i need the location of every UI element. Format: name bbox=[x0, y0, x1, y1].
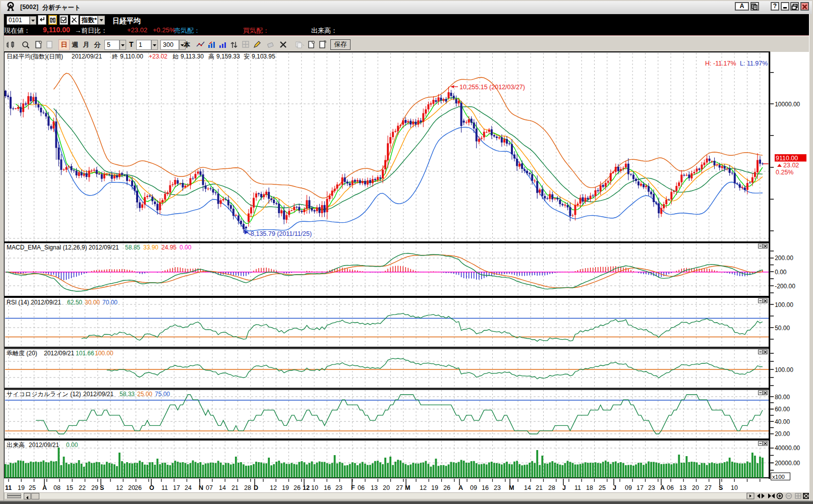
svg-text:11: 11 bbox=[5, 484, 12, 491]
svg-text:12: 12 bbox=[303, 484, 310, 491]
svg-text:100.00: 100.00 bbox=[775, 366, 793, 373]
svg-text:安: 安 bbox=[244, 53, 250, 60]
svg-text:23.02: 23.02 bbox=[783, 162, 799, 169]
svg-text:23: 23 bbox=[648, 484, 655, 491]
svg-text:23: 23 bbox=[335, 484, 342, 491]
svg-text:62.50: 62.50 bbox=[67, 299, 82, 306]
svg-text:40.00: 40.00 bbox=[775, 418, 790, 425]
svg-text:27: 27 bbox=[705, 484, 712, 491]
svg-text:24: 24 bbox=[185, 484, 192, 491]
svg-text:12: 12 bbox=[420, 484, 427, 491]
svg-text:2012/09/21: 2012/09/21 bbox=[44, 350, 74, 357]
svg-text:21: 21 bbox=[536, 484, 543, 491]
svg-text:26: 26 bbox=[135, 484, 142, 491]
svg-text:9,159.33: 9,159.33 bbox=[216, 53, 240, 60]
svg-text:07: 07 bbox=[206, 484, 213, 491]
svg-text:06: 06 bbox=[667, 484, 674, 491]
svg-text:高: 高 bbox=[208, 53, 214, 60]
svg-text:12: 12 bbox=[270, 484, 277, 491]
svg-text:+23.02: +23.02 bbox=[149, 53, 167, 60]
svg-text:100.00: 100.00 bbox=[775, 301, 793, 308]
svg-text:11: 11 bbox=[161, 484, 168, 491]
svg-text:40000.00: 40000.00 bbox=[775, 445, 800, 452]
svg-text:17: 17 bbox=[173, 484, 180, 491]
svg-text:9110.00: 9110.00 bbox=[776, 155, 798, 162]
svg-text:09: 09 bbox=[625, 484, 632, 491]
svg-text:26: 26 bbox=[443, 484, 450, 491]
svg-text:58.33: 58.33 bbox=[120, 391, 135, 398]
svg-text:14: 14 bbox=[524, 484, 531, 491]
svg-text:サイコロジカルライン (12): サイコロジカルライン (12) bbox=[7, 391, 81, 398]
svg-text:21: 21 bbox=[231, 484, 239, 491]
svg-text:9,110.00: 9,110.00 bbox=[120, 53, 143, 60]
svg-text:-200.00: -200.00 bbox=[775, 283, 795, 290]
svg-text:S: S bbox=[100, 484, 104, 491]
svg-text:乖離度 (20): 乖離度 (20) bbox=[7, 350, 37, 357]
svg-text:12: 12 bbox=[116, 484, 123, 491]
svg-text:58.85: 58.85 bbox=[125, 244, 140, 251]
svg-text:23: 23 bbox=[494, 484, 501, 491]
svg-text:出来高: 出来高 bbox=[7, 442, 25, 449]
svg-text:10,255.15 (2012/03/27): 10,255.15 (2012/03/27) bbox=[459, 84, 525, 91]
svg-text:28: 28 bbox=[548, 484, 555, 491]
svg-text:11: 11 bbox=[574, 484, 581, 491]
svg-text:8,135.79 (2011/11/25): 8,135.79 (2011/11/25) bbox=[251, 230, 312, 237]
svg-text:D: D bbox=[254, 484, 258, 491]
svg-text:20000.00: 20000.00 bbox=[775, 460, 800, 467]
svg-text:2012/09/21: 2012/09/21 bbox=[29, 442, 59, 449]
svg-text:20.00: 20.00 bbox=[775, 430, 790, 437]
svg-text:始: 始 bbox=[172, 53, 179, 60]
svg-text:L: 11.97%: L: 11.97% bbox=[740, 60, 768, 67]
svg-text:終: 終 bbox=[111, 53, 118, 60]
svg-text:15: 15 bbox=[66, 484, 73, 491]
svg-text:19: 19 bbox=[18, 484, 25, 491]
svg-text:10000.00: 10000.00 bbox=[775, 101, 800, 108]
svg-text:9,113.30: 9,113.30 bbox=[181, 53, 204, 60]
svg-text:24.95: 24.95 bbox=[161, 244, 177, 251]
svg-text:70.00: 70.00 bbox=[102, 299, 118, 306]
svg-text:N: N bbox=[199, 484, 203, 491]
svg-text:200.00: 200.00 bbox=[775, 255, 793, 262]
svg-text:08: 08 bbox=[53, 484, 61, 491]
svg-text:13: 13 bbox=[679, 484, 686, 491]
svg-text:100.00: 100.00 bbox=[95, 350, 113, 357]
svg-text:80.00: 80.00 bbox=[775, 394, 790, 401]
svg-text:19: 19 bbox=[282, 484, 289, 491]
svg-text:22: 22 bbox=[79, 484, 86, 491]
svg-text:09: 09 bbox=[470, 484, 477, 491]
svg-text:M: M bbox=[405, 484, 410, 491]
svg-text:14: 14 bbox=[219, 484, 226, 491]
svg-text:O: O bbox=[149, 484, 154, 491]
svg-text:MACD_EMA_Signal (12,26,9) 2012: MACD_EMA_Signal (12,26,9) 2012/09/21 bbox=[7, 244, 119, 251]
svg-text:9,103.95: 9,103.95 bbox=[252, 53, 275, 60]
svg-text:26: 26 bbox=[294, 484, 301, 491]
svg-text:S: S bbox=[719, 484, 723, 491]
svg-text:50.00: 50.00 bbox=[775, 325, 790, 332]
svg-text:29: 29 bbox=[91, 484, 98, 491]
svg-text:H: -11.17%: H: -11.17% bbox=[705, 60, 736, 67]
svg-text:06: 06 bbox=[358, 484, 365, 491]
svg-text:17: 17 bbox=[636, 484, 644, 491]
svg-text:x100: x100 bbox=[772, 474, 785, 480]
svg-text:0.00: 0.00 bbox=[66, 442, 78, 449]
svg-text:27: 27 bbox=[396, 484, 403, 491]
svg-text:2012/09/21: 2012/09/21 bbox=[83, 391, 113, 398]
svg-text:30.00: 30.00 bbox=[85, 299, 100, 306]
svg-text:20: 20 bbox=[383, 484, 390, 491]
svg-text:25.00: 25.00 bbox=[137, 391, 152, 398]
svg-text:F: F bbox=[351, 484, 355, 491]
svg-text:13: 13 bbox=[371, 484, 378, 491]
svg-text:101.66: 101.66 bbox=[76, 350, 94, 357]
svg-text:0.25%: 0.25% bbox=[776, 169, 793, 176]
svg-text:J: J bbox=[613, 484, 616, 491]
svg-text:19: 19 bbox=[431, 484, 438, 491]
svg-text:60.00: 60.00 bbox=[775, 406, 790, 413]
svg-text:RSI (14) 2012/09/21: RSI (14) 2012/09/21 bbox=[7, 299, 61, 306]
svg-text:25: 25 bbox=[29, 484, 36, 491]
svg-text:20: 20 bbox=[128, 484, 135, 491]
svg-text:25: 25 bbox=[599, 484, 606, 491]
svg-text:16: 16 bbox=[324, 484, 331, 491]
svg-text:16: 16 bbox=[482, 484, 489, 491]
svg-text:10: 10 bbox=[311, 484, 318, 491]
svg-text:A: A bbox=[458, 484, 463, 491]
